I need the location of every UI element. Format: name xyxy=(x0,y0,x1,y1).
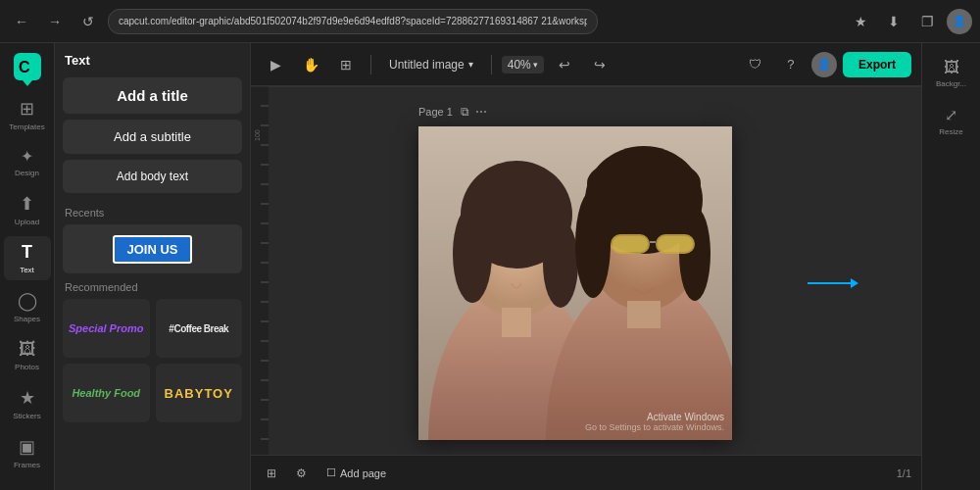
svg-rect-63 xyxy=(627,301,661,328)
page-more-button[interactable]: ⋯ xyxy=(475,105,487,119)
avatar[interactable]: 👤 xyxy=(947,9,972,34)
recents-label: Recents xyxy=(65,207,242,219)
resize-panel-button[interactable]: ⤢ Resize xyxy=(927,100,976,142)
help-icon[interactable]: ? xyxy=(776,50,806,79)
add-page-icon: ☐ xyxy=(326,466,336,479)
sidebar-item-frames[interactable]: ▣ Frames xyxy=(4,430,51,475)
sidebar-item-photos[interactable]: 🖼 Photos xyxy=(4,333,51,377)
forward-button[interactable]: → xyxy=(41,8,69,35)
canvas-image: Activate Windows Go to Settings to activ… xyxy=(418,126,732,440)
healthy-food-text: Healthy Food xyxy=(72,387,140,399)
add-subtitle-button[interactable]: Add a subtitle xyxy=(63,120,242,154)
sidebar-item-upload[interactable]: ⬆ Upload xyxy=(4,187,51,232)
capcut-logo: C xyxy=(12,51,43,82)
frames-icon: ▣ xyxy=(19,436,35,458)
export-button[interactable]: Export xyxy=(843,52,911,77)
url-bar[interactable] xyxy=(108,9,598,34)
recommended-special-promo[interactable]: Special Promo xyxy=(63,299,150,358)
resize-label: Resize xyxy=(939,127,962,136)
svg-rect-56 xyxy=(502,308,531,337)
bottom-bar: ⊞ ⚙ ☐ Add page 1/1 xyxy=(251,455,921,490)
zoom-control[interactable]: 40% ▾ xyxy=(502,56,544,74)
svg-point-60 xyxy=(575,190,611,298)
star-button[interactable]: ★ xyxy=(847,8,874,35)
reload-button[interactable]: ↺ xyxy=(74,8,102,35)
grid-view-button[interactable]: ⊞ xyxy=(261,463,282,484)
svg-text:100: 100 xyxy=(254,129,261,141)
sidebar-item-text[interactable]: T Text xyxy=(4,236,51,280)
sidebar-item-photos-label: Photos xyxy=(15,363,39,371)
settings-button[interactable]: ⚙ xyxy=(290,463,313,484)
add-page-button[interactable]: ☐ Add page xyxy=(320,463,392,483)
text-icon: T xyxy=(22,242,32,263)
svg-point-55 xyxy=(543,220,578,308)
page-header: Page 1 ⧉ ⋯ xyxy=(418,105,487,119)
canvas-frame[interactable]: Activate Windows Go to Settings to activ… xyxy=(418,126,732,440)
canvas-wrapper: Page 1 ⧉ ⋯ xyxy=(418,126,732,440)
file-name-container[interactable]: Untitled image ▾ xyxy=(381,54,481,75)
background-icon: 🖼 xyxy=(944,59,959,76)
resize-arrow-indicator xyxy=(808,278,858,288)
right-sidebar: 🖼 Backgr... ⤢ Resize xyxy=(921,43,980,490)
sidebar-item-design[interactable]: ✦ Design xyxy=(4,141,51,183)
download-button[interactable]: ⬇ xyxy=(880,8,907,35)
sidebar-item-text-label: Text xyxy=(20,266,34,274)
toolbar-separator xyxy=(370,55,371,74)
vertical-ruler: 100 xyxy=(251,86,269,455)
canvas-with-rulers: 100 xyxy=(251,86,921,455)
page-copy-button[interactable]: ⧉ xyxy=(461,105,469,119)
canvas-scroll-area[interactable]: 0 100 200 300 400 500 600 xyxy=(269,86,921,455)
arrow-head-icon xyxy=(851,278,858,288)
page-counter: 1/1 xyxy=(897,467,911,479)
coffee-break-text: #Coffee Break xyxy=(169,323,228,334)
babytoy-text: BABYTOY xyxy=(165,386,233,401)
grid-button[interactable]: ⊞ xyxy=(331,50,361,79)
recommended-grid: Special Promo #Coffee Break Healthy Food… xyxy=(63,299,242,422)
panel-title: Text xyxy=(63,53,242,68)
canvas-inner: Page 1 ⧉ ⋯ xyxy=(269,87,921,455)
stickers-icon: ★ xyxy=(20,387,35,409)
recommended-healthy-food[interactable]: Healthy Food xyxy=(63,364,150,422)
browser-topbar: ← → ↺ ★ ⬇ ❐ 👤 xyxy=(0,0,980,43)
svg-text:C: C xyxy=(19,59,30,75)
arrow-line xyxy=(808,282,851,284)
resize-icon: ⤢ xyxy=(945,106,957,124)
editor-toolbar: ▶ ✋ ⊞ Untitled image ▾ 40% ▾ ↩ ↪ 🛡 ? 👤 E… xyxy=(251,43,921,86)
add-title-button[interactable]: Add a title xyxy=(63,77,242,114)
file-name-chevron-icon: ▾ xyxy=(468,59,473,70)
recommended-label: Recommended xyxy=(65,281,242,293)
photo-svg xyxy=(418,126,732,440)
zoom-chevron-icon: ▾ xyxy=(533,60,538,70)
redo-button[interactable]: ↪ xyxy=(585,50,614,79)
capcut-arrow-icon xyxy=(23,80,32,86)
user-avatar[interactable]: 👤 xyxy=(811,52,837,77)
play-button[interactable]: ▶ xyxy=(261,50,290,79)
recommended-coffee-break[interactable]: #Coffee Break xyxy=(156,299,243,358)
move-tool-button[interactable]: ✋ xyxy=(296,50,325,79)
svg-point-54 xyxy=(453,205,492,303)
page-controls: ⧉ ⋯ xyxy=(461,105,487,119)
sidebar-item-stickers-label: Stickers xyxy=(13,412,40,420)
sidebar-item-shapes[interactable]: ◯ Shapes xyxy=(4,284,51,329)
sidebar-item-stickers[interactable]: ★ Stickers xyxy=(4,381,51,426)
recommended-babytoy[interactable]: BABYTOY xyxy=(156,364,243,422)
undo-button[interactable]: ↩ xyxy=(550,50,579,79)
left-sidebar: C ⊞ Templates ✦ Design ⬆ Upload T Text ◯… xyxy=(0,43,55,490)
back-button[interactable]: ← xyxy=(8,8,35,35)
page-label: Page 1 xyxy=(418,106,453,118)
add-body-button[interactable]: Add body text xyxy=(63,160,242,193)
background-panel-button[interactable]: 🖼 Backgr... xyxy=(927,53,976,94)
sidebar-item-upload-label: Upload xyxy=(15,218,39,226)
background-label: Backgr... xyxy=(936,79,966,88)
window-button[interactable]: ❐ xyxy=(913,8,941,35)
svg-rect-67 xyxy=(612,236,648,252)
file-name-label: Untitled image xyxy=(389,58,465,72)
sidebar-item-templates[interactable]: ⊞ Templates xyxy=(4,92,51,137)
recent-join-us[interactable]: JOIN US xyxy=(63,224,242,273)
security-icon[interactable]: 🛡 xyxy=(741,50,770,79)
add-page-label: Add page xyxy=(340,467,386,479)
upload-icon: ⬆ xyxy=(20,193,34,215)
zoom-level: 40% xyxy=(508,58,531,72)
sidebar-item-shapes-label: Shapes xyxy=(14,315,40,323)
join-us-badge: JOIN US xyxy=(113,235,191,264)
